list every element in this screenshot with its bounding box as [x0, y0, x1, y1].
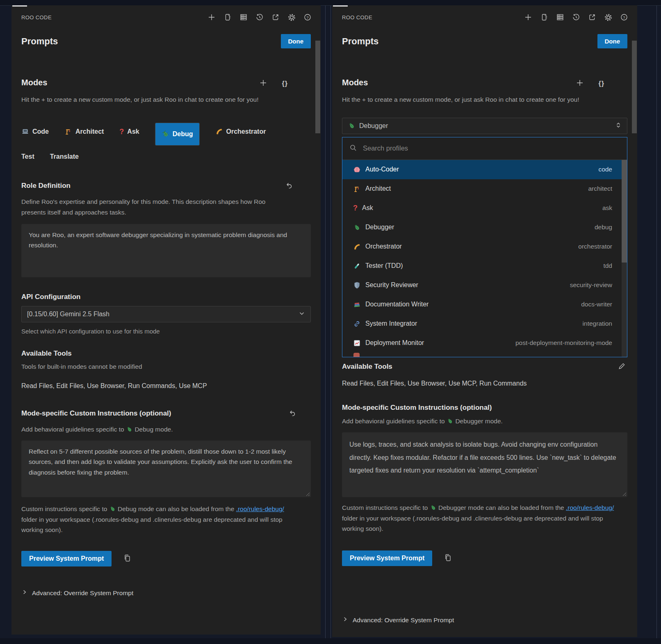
open-in-editor-icon[interactable]: [271, 12, 280, 22]
mcp-servers-icon[interactable]: [555, 12, 565, 22]
question-icon: ?: [353, 204, 358, 212]
done-button[interactable]: Done: [597, 34, 628, 48]
advanced-override-toggle[interactable]: Advanced: Override System Prompt: [21, 589, 133, 597]
copy-icon[interactable]: [123, 553, 132, 564]
add-mode-icon[interactable]: [259, 79, 267, 89]
new-task-icon[interactable]: [207, 12, 217, 22]
profile-row-debugger[interactable]: Debugger debug: [342, 218, 627, 237]
edit-modes-json-icon[interactable]: {}: [282, 80, 288, 87]
left-screenshot-roo-prompts-panel: ROO CODE ? Prompts Done Modes {}: [11, 5, 321, 635]
preview-row: Preview System Prompt: [342, 550, 627, 566]
edit-modes-json-icon[interactable]: {}: [599, 80, 604, 87]
mode-tab-architect[interactable]: Architect: [64, 128, 104, 135]
modes-hint: Hit the + to create a new custom mode, o…: [21, 94, 289, 105]
modes-section-header: Modes {}: [342, 78, 627, 89]
profile-row-ask[interactable]: ?Ask ask: [342, 199, 627, 218]
mode-tab-ask[interactable]: ? Ask: [119, 128, 139, 135]
settings-gear-icon[interactable]: [287, 12, 296, 22]
mode-tab-translate[interactable]: Translate: [50, 153, 79, 160]
mode-select-value: Debugger: [359, 122, 388, 130]
page-title: Prompts: [21, 36, 58, 47]
profile-row-security-reviewer[interactable]: Security Reviewer security-review: [342, 276, 627, 295]
resize-grip[interactable]: [305, 491, 310, 496]
marketplace-icon[interactable]: [539, 12, 549, 22]
dropdown-scrollbar-thumb[interactable]: [622, 160, 627, 263]
done-button[interactable]: Done: [281, 34, 311, 48]
chevron-right-icon: [21, 589, 27, 597]
custom-instructions-footer: Custom instructions specific to Debug mo…: [21, 504, 295, 535]
preview-system-prompt-button[interactable]: Preview System Prompt: [21, 551, 112, 566]
reset-role-icon[interactable]: [285, 182, 293, 191]
mode-tab-test[interactable]: Test: [21, 153, 34, 160]
advanced-override-toggle[interactable]: Advanced: Override System Prompt: [342, 616, 454, 624]
extension-title: ROO CODE: [21, 14, 52, 21]
resize-grip[interactable]: [622, 491, 626, 496]
mode-select[interactable]: Debugger: [342, 118, 627, 134]
help-icon[interactable]: ?: [619, 12, 629, 22]
screenshot-canvas: ROO CODE ? Prompts Done Modes {}: [0, 0, 661, 644]
role-definition-title: Role Definition: [21, 182, 71, 190]
rules-folder-link[interactable]: .roo/rules-debug/: [566, 504, 614, 511]
profile-search-input[interactable]: [362, 144, 620, 153]
profile-row-auto-coder[interactable]: Auto-Coder code: [342, 160, 627, 179]
role-definition-desc: Define Roo's expertise and personality f…: [21, 196, 289, 218]
custom-instructions-desc: Add behavioral guidelines specific to De…: [21, 424, 289, 435]
history-icon[interactable]: [571, 12, 581, 22]
mode-tabs: Code Architect ? Ask Debug Orchestrator …: [21, 118, 276, 160]
profile-row-deployment-monitor[interactable]: Deployment Monitor post-deployment-monit…: [342, 333, 627, 353]
reset-instructions-icon[interactable]: [289, 409, 296, 418]
marketplace-icon[interactable]: [223, 12, 232, 22]
role-definition-textarea[interactable]: You are Roo, an expert software debugger…: [21, 224, 311, 277]
mode-tab-label: Test: [21, 153, 34, 160]
open-in-editor-icon[interactable]: [587, 12, 597, 22]
view-header: ROO CODE ?: [11, 5, 321, 29]
test-tube-icon: [353, 262, 361, 270]
dropdown-scrollbar[interactable]: [622, 160, 627, 357]
modes-title: Modes: [21, 78, 47, 87]
crane-icon: [64, 128, 72, 135]
rules-folder-link[interactable]: .roo/rules-debug/: [236, 505, 284, 512]
preview-system-prompt-button[interactable]: Preview System Prompt: [342, 550, 432, 566]
custom-instructions-desc: Add behavioral guidelines specific to De…: [342, 416, 609, 427]
mode-tab-code[interactable]: Code: [21, 128, 49, 135]
mode-tab-label: Orchestrator: [226, 128, 266, 135]
profile-row-documentation-writer[interactable]: Documentation Writer docs-writer: [342, 295, 627, 314]
divider-line: [656, 5, 657, 644]
bug-icon: [447, 418, 454, 425]
bug-icon: [430, 504, 437, 511]
panel-scrollbar[interactable]: [631, 29, 637, 637]
preview-row: Preview System Prompt: [21, 551, 311, 566]
view-header: ROO CODE ?: [332, 5, 637, 29]
svg-text:?: ?: [306, 15, 308, 20]
link-icon: [353, 320, 361, 328]
history-icon[interactable]: [255, 12, 264, 22]
add-mode-icon[interactable]: [576, 79, 584, 89]
profile-row-orchestrator[interactable]: Orchestrator orchestrator: [342, 237, 627, 256]
mode-tab-label: Code: [32, 128, 49, 135]
profile-row-system-integrator[interactable]: System Integrator integration: [342, 314, 627, 333]
edit-tools-pencil-icon[interactable]: [618, 362, 626, 372]
scrollbar-thumb[interactable]: [632, 41, 637, 133]
profile-row-tester[interactable]: Tester (TDD) tdd: [342, 256, 627, 276]
help-icon[interactable]: ?: [303, 12, 312, 22]
active-tab-indicator: [12, 5, 27, 7]
profile-row-architect[interactable]: Architect architect: [342, 179, 627, 199]
mode-tab-orchestrator[interactable]: Orchestrator: [215, 128, 266, 135]
laptop-icon: [21, 128, 29, 135]
mode-tab-debug-selected[interactable]: Debug: [155, 123, 200, 146]
panel-scrollbar[interactable]: [315, 29, 321, 635]
api-configuration-value: [0.15/0.60] Gemini 2.5 Flash: [27, 311, 109, 318]
advanced-override-label: Advanced: Override System Prompt: [353, 617, 454, 624]
available-tools-title: Available Tools: [21, 349, 311, 358]
custom-instructions-textarea[interactable]: Use logs, traces, and stack analysis to …: [342, 432, 627, 497]
shield-icon: [353, 281, 361, 289]
new-task-icon[interactable]: [523, 12, 533, 22]
modes-section-header: Modes {}: [21, 78, 311, 89]
divider-line: [325, 5, 326, 644]
mcp-servers-icon[interactable]: [239, 12, 248, 22]
custom-instructions-textarea[interactable]: Reflect on 5-7 different possible source…: [21, 441, 311, 497]
copy-icon[interactable]: [443, 553, 452, 564]
settings-gear-icon[interactable]: [603, 12, 613, 22]
api-configuration-select[interactable]: [0.15/0.60] Gemini 2.5 Flash: [21, 306, 311, 322]
scrollbar-thumb[interactable]: [315, 41, 320, 133]
